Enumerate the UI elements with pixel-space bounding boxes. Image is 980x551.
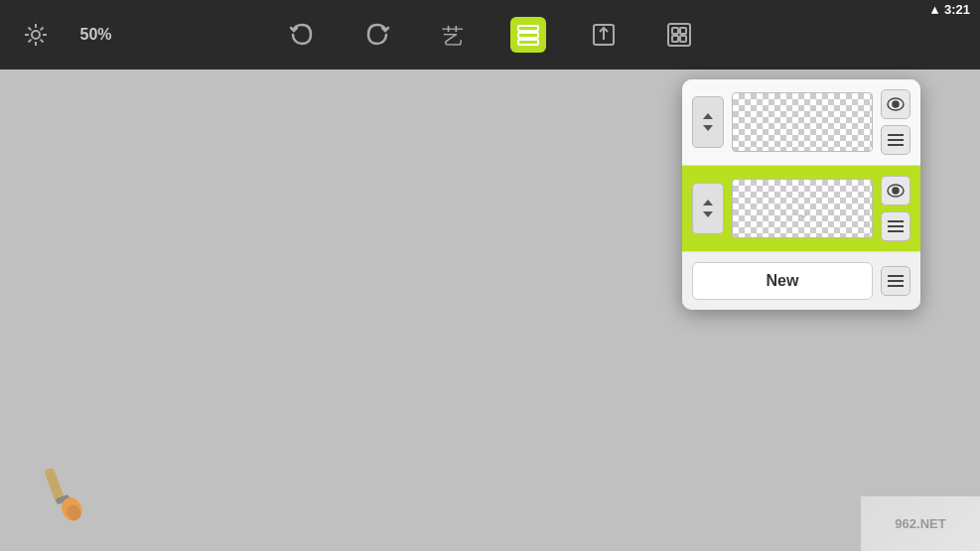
svg-rect-17 [680,28,686,34]
svg-rect-33 [888,230,904,232]
redo-button[interactable] [359,17,395,53]
svg-rect-31 [888,220,904,222]
brush-tool-button[interactable]: 艺 [435,17,471,53]
layers-panel: ~ New [682,79,920,310]
svg-point-23 [893,101,899,107]
svg-line-6 [41,40,44,43]
svg-rect-34 [888,275,904,277]
new-layer-button[interactable]: New [692,262,873,300]
svg-rect-36 [888,285,904,287]
svg-rect-25 [888,139,904,141]
layers-button[interactable] [510,17,546,53]
layer-row-active: ~ [682,166,920,252]
gallery-button[interactable] [661,17,697,53]
svg-rect-11 [518,33,538,38]
layer-visibility-button[interactable] [881,89,910,119]
layer-options-button[interactable] [881,266,910,296]
toolbar-center: 艺 [284,17,697,53]
export-button[interactable] [586,17,622,53]
layer-menu-button[interactable] [881,125,910,155]
brush-icon [13,449,105,539]
svg-line-8 [29,40,32,43]
layer-move-button[interactable] [692,96,724,148]
layer-content-mark: ~ [797,207,807,227]
svg-marker-21 [703,125,713,131]
svg-rect-12 [518,40,538,45]
svg-rect-35 [888,280,904,282]
svg-rect-19 [680,36,686,42]
status-bar: ▴ 3:21 [921,0,980,19]
svg-point-30 [893,188,899,194]
settings-button[interactable] [18,17,54,53]
toolbar-left: 50% [18,17,118,53]
svg-marker-20 [703,113,713,119]
svg-rect-18 [672,36,678,42]
wifi-icon: ▴ [931,2,938,17]
svg-point-0 [32,31,40,39]
top-bar: ▴ 3:21 50% [0,0,980,69]
canvas-area[interactable]: ~ New [0,69,980,551]
layer-menu-button-active[interactable] [881,211,910,241]
layer-side-icons [881,89,910,155]
watermark: 962.NET [861,496,980,551]
svg-rect-15 [668,24,690,46]
svg-marker-28 [703,211,713,217]
new-layer-row: New [682,252,920,310]
svg-text:艺: 艺 [442,24,464,49]
svg-line-5 [29,28,32,31]
svg-line-7 [41,28,44,31]
svg-rect-26 [888,144,904,146]
svg-rect-16 [672,28,678,34]
layer-thumbnail-active[interactable]: ~ [732,179,873,238]
layer-side-icons-active [881,176,910,241]
zoom-label[interactable]: 50% [73,26,118,44]
layer-thumbnail[interactable] [732,92,873,152]
svg-rect-32 [888,225,904,227]
layer-row [682,79,920,166]
watermark-text: 962.NET [895,516,945,531]
undo-button[interactable] [284,17,320,53]
layer-move-button-active[interactable] [692,183,724,234]
layer-visibility-button-active[interactable] [881,176,910,206]
svg-rect-10 [518,26,538,31]
svg-rect-24 [888,134,904,136]
svg-marker-27 [703,200,713,206]
time-display: 3:21 [944,2,970,17]
